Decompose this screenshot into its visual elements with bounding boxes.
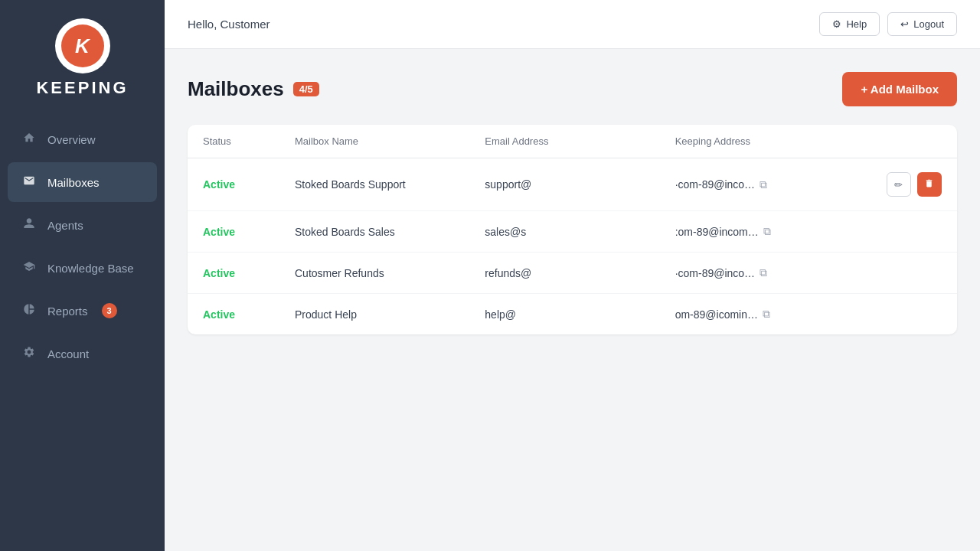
email-address: sales@s (485, 226, 675, 238)
count-badge: 4/5 (293, 82, 319, 96)
keeping-address-text: ·com-89@inco… (675, 267, 755, 279)
logo-letter: K (61, 24, 104, 67)
main-content: Hello, Customer ⚙ Help ↩ Logout Mailboxe… (165, 0, 980, 551)
sidebar-item-reports[interactable]: Reports 3 (8, 291, 157, 331)
copy-icon[interactable]: ⧉ (760, 178, 767, 191)
sidebar-item-overview[interactable]: Overview (8, 119, 157, 159)
status-badge: Active (203, 178, 295, 191)
status-badge: Active (203, 308, 295, 321)
sidebar-item-overview-label: Overview (47, 133, 96, 146)
email-address: refunds@ (485, 267, 675, 279)
page-title: Mailboxes (188, 77, 284, 101)
keeping-address-text: :om-89@incom… (675, 226, 759, 238)
content-header: Mailboxes 4/5 + Add Mailbox (188, 72, 957, 106)
keeping-address-text: om-89@icomin… (675, 308, 758, 321)
sidebar-item-mailboxes[interactable]: Mailboxes (8, 162, 157, 202)
table-row: Active Stoked Boards Sales sales@s :om-8… (188, 211, 957, 253)
mailbox-name: Stoked Boards Support (295, 178, 485, 191)
sidebar-item-agents-label: Agents (47, 219, 83, 232)
edit-icon: ✏ (894, 179, 903, 191)
logout-button[interactable]: ↩ Logout (887, 12, 957, 36)
col-mailbox-name: Mailbox Name (295, 135, 485, 147)
sidebar: K KEEPING Overview Mailboxes Agents (0, 0, 165, 551)
sidebar-item-reports-label: Reports (47, 305, 88, 318)
home-icon (21, 132, 37, 147)
reports-icon (21, 303, 37, 318)
greeting-text: Hello, Customer (188, 18, 270, 31)
edit-button[interactable]: ✏ (887, 172, 911, 197)
sidebar-item-account[interactable]: Account (8, 334, 157, 373)
reports-badge: 3 (102, 303, 117, 318)
add-mailbox-button-label: + Add Mailbox (861, 83, 939, 96)
copy-icon[interactable]: ⧉ (760, 266, 767, 279)
sidebar-item-agents[interactable]: Agents (8, 205, 157, 245)
account-icon (21, 346, 37, 361)
col-keeping-address: Keeping Address (675, 135, 865, 147)
help-button-label: Help (846, 18, 867, 30)
page-title-row: Mailboxes 4/5 (188, 77, 319, 101)
sidebar-nav: Overview Mailboxes Agents Knowledge Base (0, 119, 165, 373)
delete-icon (924, 178, 934, 191)
header-buttons: ⚙ Help ↩ Logout (819, 12, 957, 36)
sidebar-item-account-label: Account (47, 347, 89, 360)
sidebar-item-knowledge-base[interactable]: Knowledge Base (8, 248, 157, 288)
logout-icon: ↩ (900, 18, 909, 30)
col-actions (865, 135, 942, 147)
email-address: support@ (485, 178, 675, 191)
logo-area: K KEEPING (0, 0, 165, 119)
knowledge-base-icon (21, 260, 37, 276)
logout-button-label: Logout (913, 18, 944, 30)
mailbox-name: Cutosmer Refunds (295, 267, 485, 279)
status-badge: Active (203, 267, 295, 279)
help-button[interactable]: ⚙ Help (819, 12, 880, 36)
sidebar-item-mailboxes-label: Mailboxes (47, 176, 100, 189)
mailbox-name: Product Help (295, 308, 485, 321)
logo-text: KEEPING (36, 78, 128, 98)
keeping-address: ·com-89@inco… ⧉ (675, 266, 865, 279)
gear-icon: ⚙ (832, 18, 841, 30)
keeping-address-text: ·com-89@inco… (675, 178, 755, 191)
delete-button[interactable] (917, 172, 942, 197)
logo-circle: K (55, 18, 110, 73)
mailbox-name: Stoked Boards Sales (295, 226, 485, 238)
row-actions: ✏ (865, 172, 942, 197)
keeping-address: om-89@icomin… ⧉ (675, 308, 865, 321)
email-address: help@ (485, 308, 675, 321)
status-badge: Active (203, 226, 295, 238)
keeping-address: :om-89@incom… ⧉ (675, 225, 865, 238)
table-row: Active Stoked Boards Support support@ ·c… (188, 158, 957, 211)
mailboxes-table: Status Mailbox Name Email Address Keepin… (188, 125, 957, 334)
col-status: Status (203, 135, 295, 147)
top-header: Hello, Customer ⚙ Help ↩ Logout (165, 0, 980, 49)
mailboxes-icon (21, 174, 37, 190)
table-row: Active Cutosmer Refunds refunds@ ·com-89… (188, 253, 957, 294)
content-area: Mailboxes 4/5 + Add Mailbox Status Mailb… (165, 49, 980, 551)
table-row: Active Product Help help@ om-89@icomin… … (188, 294, 957, 334)
add-mailbox-button[interactable]: + Add Mailbox (842, 72, 957, 106)
copy-icon[interactable]: ⧉ (763, 308, 770, 321)
table-header: Status Mailbox Name Email Address Keepin… (188, 125, 957, 158)
col-email: Email Address (485, 135, 675, 147)
agents-icon (21, 217, 37, 233)
keeping-address: ·com-89@inco… ⧉ (675, 178, 865, 191)
sidebar-item-knowledge-base-label: Knowledge Base (47, 262, 134, 275)
copy-icon[interactable]: ⧉ (763, 225, 771, 238)
